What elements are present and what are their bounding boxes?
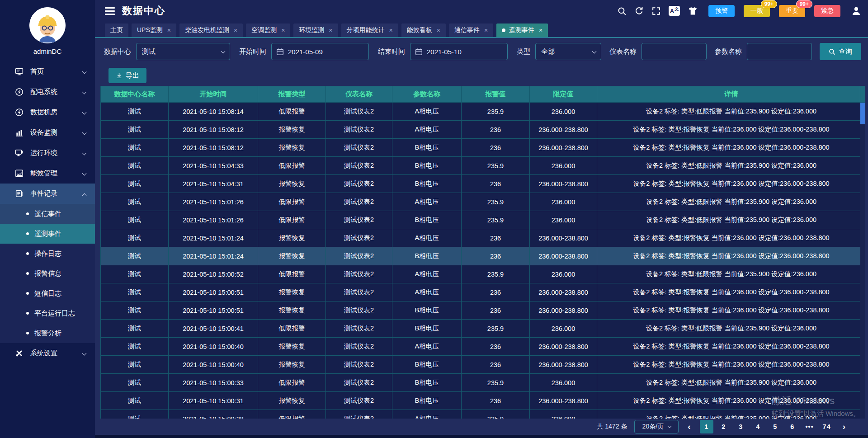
chevron-down-icon bbox=[592, 49, 597, 54]
type-select[interactable]: 全部 bbox=[535, 43, 601, 60]
sidebar-subitem-4[interactable]: 短信日志 bbox=[0, 283, 95, 303]
table-row-14[interactable]: 测试2021-05-10 15:00:40报警恢复测试仪表2B相电压236236… bbox=[101, 356, 866, 374]
topbar: 数据中心 A文 预警一般99+重要99+紧急 bbox=[95, 0, 868, 22]
table-row-11[interactable]: 测试2021-05-10 15:00:51报警恢复测试仪表2B相电压236236… bbox=[101, 301, 866, 320]
param-name-input[interactable] bbox=[747, 43, 812, 60]
menu-toggle-icon[interactable] bbox=[105, 7, 115, 15]
alarm-level-button-2[interactable]: 重要99+ bbox=[779, 5, 805, 17]
cell: 2021-05-10 15:00:31 bbox=[169, 392, 258, 410]
sidebar-item-2[interactable]: 数据机房 bbox=[0, 102, 95, 122]
sidebar-subitem-2[interactable]: 操作日志 bbox=[0, 244, 95, 264]
alarm-count-badge: 99+ bbox=[761, 0, 777, 8]
sidebar-item-label: 系统设置 bbox=[30, 349, 57, 358]
scrollbar-thumb[interactable] bbox=[860, 103, 865, 124]
next-page-button[interactable]: › bbox=[841, 422, 847, 432]
tab-close-icon[interactable]: × bbox=[389, 27, 393, 34]
page-button-5[interactable]: 5 bbox=[769, 420, 782, 433]
start-date-input[interactable]: 2021-05-09 bbox=[271, 43, 369, 60]
sidebar-subitem-5[interactable]: 平台运行日志 bbox=[0, 303, 95, 323]
table-row-12[interactable]: 测试2021-05-10 15:00:41低限报警测试仪表2B相电压235.92… bbox=[101, 320, 866, 338]
table-row-5[interactable]: 测试2021-05-10 15:01:26低限报警测试仪表2A相电压235.92… bbox=[101, 193, 866, 211]
alarm-level-button-0[interactable]: 预警 bbox=[708, 5, 735, 17]
sidebar-item-6[interactable]: 事件记录 bbox=[0, 184, 95, 204]
table-row-4[interactable]: 测试2021-05-10 15:04:31报警恢复测试仪表2B相电压236236… bbox=[101, 175, 866, 193]
sidebar-item-1[interactable]: 配电系统 bbox=[0, 82, 95, 102]
sidebar-item-4[interactable]: 运行环境 bbox=[0, 143, 95, 163]
table-row-17[interactable]: 测试2021-05-10 15:00:28低限报警测试仪表2A相电压235.92… bbox=[101, 410, 866, 419]
table-row-9[interactable]: 测试2021-05-10 15:00:52低限报警测试仪表2A相电压235.92… bbox=[101, 265, 866, 283]
tab-label: 柴油发电机监测 bbox=[185, 26, 229, 34]
sidebar-item-0[interactable]: 首页 bbox=[0, 61, 95, 82]
page-button-3[interactable]: 3 bbox=[734, 420, 748, 433]
tab-close-icon[interactable]: × bbox=[167, 27, 171, 34]
cell: 报警恢复 bbox=[258, 392, 326, 410]
tab-close-icon[interactable]: × bbox=[437, 27, 440, 34]
table-row-0[interactable]: 测试2021-05-10 15:08:14低限报警测试仪表2A相电压235.92… bbox=[101, 103, 866, 121]
sidebar-item-7[interactable]: 系统设置 bbox=[0, 343, 95, 363]
alarm-level-button-3[interactable]: 紧急 bbox=[814, 5, 840, 17]
page-ellipsis[interactable]: ••• bbox=[803, 420, 816, 433]
table-row-2[interactable]: 测试2021-05-10 15:08:12报警恢复测试仪表2B相电压236236… bbox=[101, 139, 866, 157]
page-button-4[interactable]: 4 bbox=[751, 420, 765, 433]
cell: 设备2 标签: 类型:低限报警 当前值:235.900 设定值:236.000 bbox=[597, 103, 866, 121]
theme-icon[interactable] bbox=[688, 6, 698, 16]
table-row-1[interactable]: 测试2021-05-10 15:08:12报警恢复测试仪表2A相电压236236… bbox=[101, 121, 866, 139]
tab-close-icon[interactable]: × bbox=[281, 27, 285, 34]
page-size-select[interactable]: 20条/页 bbox=[634, 420, 679, 433]
export-button[interactable]: 导出 bbox=[108, 68, 146, 83]
user-avatar[interactable] bbox=[29, 7, 66, 43]
page-button-6[interactable]: 6 bbox=[786, 420, 799, 433]
cell: A相电压 bbox=[392, 265, 462, 283]
tab-1[interactable]: UPS监测× bbox=[132, 24, 176, 37]
tab-6[interactable]: 能效看板× bbox=[401, 24, 446, 37]
tab-3[interactable]: 空调监测× bbox=[246, 24, 290, 37]
bullet-icon bbox=[26, 232, 29, 235]
sidebar-subitem-6[interactable]: 报警分析 bbox=[0, 323, 95, 343]
cell: 236.000-238.800 bbox=[530, 392, 597, 410]
column-header-5: 报警值 bbox=[462, 86, 530, 103]
sidebar-subitem-0[interactable]: 遥信事件 bbox=[0, 204, 95, 224]
tab-7[interactable]: 通信事件× bbox=[449, 24, 493, 37]
cell: 测试仪表2 bbox=[326, 121, 392, 139]
table-scrollbar[interactable] bbox=[860, 86, 865, 419]
page-button-74[interactable]: 74 bbox=[820, 420, 834, 433]
tab-0[interactable]: 主页 bbox=[105, 24, 128, 37]
tab-5[interactable]: 分项用能统计× bbox=[341, 24, 398, 37]
tab-close-icon[interactable]: × bbox=[484, 27, 488, 34]
table-row-15[interactable]: 测试2021-05-10 15:00:33低限报警测试仪表2B相电压235.92… bbox=[101, 374, 866, 392]
table-row-8[interactable]: 测试2021-05-10 15:01:24报警恢复测试仪表2B相电压236236… bbox=[101, 247, 866, 265]
search-icon[interactable] bbox=[617, 6, 627, 16]
user-icon[interactable] bbox=[851, 5, 862, 16]
cell: 2021-05-10 15:00:28 bbox=[169, 410, 258, 419]
refresh-icon[interactable] bbox=[634, 6, 644, 16]
end-date-input[interactable]: 2021-05-10 bbox=[410, 43, 508, 60]
table-row-3[interactable]: 测试2021-05-10 15:04:33低限报警测试仪表2B相电压235.92… bbox=[101, 157, 866, 175]
table-row-13[interactable]: 测试2021-05-10 15:00:40报警恢复测试仪表2A相电压236236… bbox=[101, 338, 866, 356]
datacenter-select[interactable]: 测试 bbox=[136, 43, 230, 60]
translate-icon[interactable]: A文 bbox=[669, 6, 680, 16]
table-row-16[interactable]: 测试2021-05-10 15:00:31报警恢复测试仪表2B相电压236236… bbox=[101, 392, 866, 410]
sidebar-subitem-3[interactable]: 报警信息 bbox=[0, 264, 95, 283]
table-row-7[interactable]: 测试2021-05-10 15:01:24报警恢复测试仪表2A相电压236236… bbox=[101, 229, 866, 247]
sidebar-item-3[interactable]: 设备监测 bbox=[0, 122, 95, 143]
fullscreen-icon[interactable] bbox=[651, 6, 661, 16]
tab-8[interactable]: 遥测事件× bbox=[496, 24, 548, 37]
query-button[interactable]: 查询 bbox=[820, 43, 861, 60]
table-row-10[interactable]: 测试2021-05-10 15:00:51报警恢复测试仪表2A相电压236236… bbox=[101, 283, 866, 301]
export-bar: 导出 bbox=[95, 65, 868, 86]
tab-4[interactable]: 环境监测× bbox=[293, 24, 338, 37]
cell: 设备2 标签: 类型:报警恢复 当前值:236.000 设定值:236.000-… bbox=[597, 121, 866, 139]
column-header-7: 详情 bbox=[597, 86, 866, 103]
tab-close-icon[interactable]: × bbox=[539, 27, 542, 34]
page-button-1[interactable]: 1 bbox=[700, 420, 713, 433]
tab-close-icon[interactable]: × bbox=[329, 27, 332, 34]
alarm-level-button-1[interactable]: 一般99+ bbox=[744, 5, 770, 17]
table-row-6[interactable]: 测试2021-05-10 15:01:26低限报警测试仪表2B相电压235.92… bbox=[101, 211, 866, 229]
meter-name-input[interactable] bbox=[642, 43, 707, 60]
sidebar-item-5[interactable]: 能效管理 bbox=[0, 163, 95, 184]
tab-2[interactable]: 柴油发电机监测× bbox=[179, 24, 243, 37]
tab-close-icon[interactable]: × bbox=[234, 27, 237, 34]
prev-page-button[interactable]: ‹ bbox=[686, 422, 692, 432]
sidebar-subitem-1[interactable]: 遥测事件 bbox=[0, 224, 95, 244]
page-button-2[interactable]: 2 bbox=[717, 420, 731, 433]
